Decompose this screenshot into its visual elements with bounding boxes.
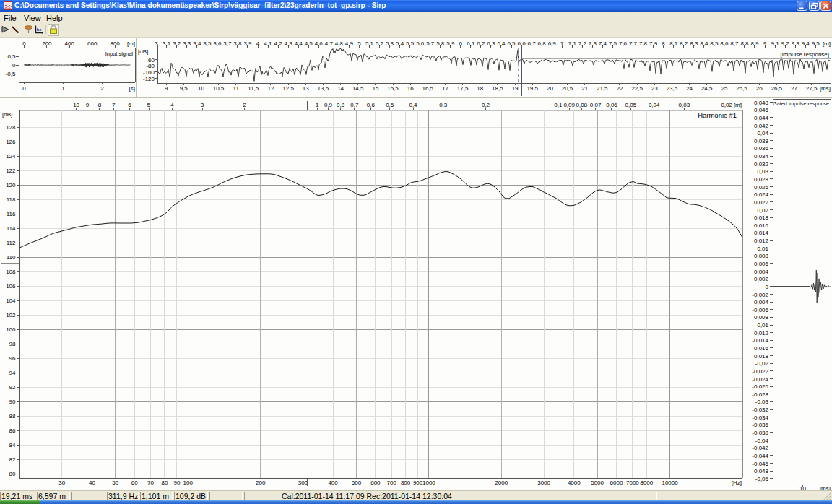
svg-text:2000: 2000 xyxy=(495,479,508,486)
svg-text:90: 90 xyxy=(174,479,181,486)
svg-text:4,6: 4,6 xyxy=(315,40,324,47)
svg-text:1: 1 xyxy=(316,102,319,108)
svg-text:5: 5 xyxy=(358,40,361,47)
svg-text:7,3: 7,3 xyxy=(589,40,597,47)
svg-text:[m]: [m] xyxy=(734,102,742,108)
svg-text:6,9: 6,9 xyxy=(548,40,557,47)
svg-text:5,5: 5,5 xyxy=(406,40,415,47)
svg-text:7,5: 7,5 xyxy=(609,40,618,47)
svg-text:70: 70 xyxy=(147,479,154,486)
svg-text:27: 27 xyxy=(791,85,797,92)
svg-text:6,5: 6,5 xyxy=(507,40,516,47)
svg-text:5: 5 xyxy=(147,102,151,108)
svg-text:14,5: 14,5 xyxy=(352,85,364,92)
svg-text:96: 96 xyxy=(9,355,16,362)
svg-text:27,5: 27,5 xyxy=(806,85,818,92)
svg-text:6: 6 xyxy=(128,102,131,108)
svg-text:2: 2 xyxy=(100,85,104,92)
svg-text:23,5: 23,5 xyxy=(667,85,678,92)
svg-text:100: 100 xyxy=(183,479,194,486)
svg-text:0,024: 0,024 xyxy=(754,191,769,198)
svg-text:22,5: 22,5 xyxy=(631,85,643,92)
svg-text:0,016: 0,016 xyxy=(754,222,769,229)
svg-text:126: 126 xyxy=(6,139,16,145)
svg-text:9: 9 xyxy=(86,102,90,108)
svg-text:102: 102 xyxy=(6,312,16,318)
svg-text:500: 500 xyxy=(352,479,362,486)
svg-text:1: 1 xyxy=(61,85,65,92)
svg-text:9: 9 xyxy=(763,40,767,47)
svg-text:3000: 3000 xyxy=(537,479,550,486)
svg-text:-0,032: -0,032 xyxy=(752,407,768,413)
svg-text:8000: 8000 xyxy=(640,479,653,486)
svg-text:800: 800 xyxy=(401,479,411,486)
svg-text:4,8: 4,8 xyxy=(335,40,344,47)
svg-text:-0,04: -0,04 xyxy=(755,438,769,444)
svg-text:118: 118 xyxy=(6,196,16,203)
svg-text:-60: -60 xyxy=(146,57,155,64)
svg-text:8,3: 8,3 xyxy=(690,40,698,47)
svg-text:8,5: 8,5 xyxy=(710,40,719,47)
svg-text:3,6: 3,6 xyxy=(213,40,222,47)
svg-text:8,7: 8,7 xyxy=(730,40,739,47)
svg-text:0,5: 0,5 xyxy=(7,53,16,60)
svg-text:4,5: 4,5 xyxy=(305,40,313,47)
svg-text:0,4: 0,4 xyxy=(409,102,417,108)
svg-text:15: 15 xyxy=(372,85,378,92)
svg-text:0,026: 0,026 xyxy=(754,184,769,191)
svg-text:92: 92 xyxy=(9,384,16,391)
svg-text:10,5: 10,5 xyxy=(213,85,225,92)
svg-text:[m]: [m] xyxy=(823,40,831,47)
svg-text:9,3: 9,3 xyxy=(792,40,800,47)
svg-text:0,014: 0,014 xyxy=(754,230,769,236)
svg-text:-0,018: -0,018 xyxy=(752,353,768,360)
svg-text:7,6: 7,6 xyxy=(619,40,628,47)
svg-text:12: 12 xyxy=(268,85,274,92)
svg-text:700: 700 xyxy=(387,479,397,486)
svg-text:5,1: 5,1 xyxy=(365,40,374,47)
svg-text:0,004: 0,004 xyxy=(754,269,769,275)
svg-text:[s]: [s] xyxy=(129,85,135,92)
svg-text:4,2: 4,2 xyxy=(274,40,283,47)
svg-text:-0,004: -0,004 xyxy=(752,299,768,305)
svg-text:[Hz]: [Hz] xyxy=(732,479,742,486)
svg-text:10: 10 xyxy=(800,485,806,491)
svg-text:0,042: 0,042 xyxy=(754,123,769,129)
svg-text:-0,046: -0,046 xyxy=(752,461,768,467)
svg-text:128: 128 xyxy=(6,124,16,131)
svg-text:5,6: 5,6 xyxy=(416,40,425,47)
svg-text:5,7: 5,7 xyxy=(426,40,435,47)
svg-text:10: 10 xyxy=(198,85,204,92)
svg-text:0: 0 xyxy=(22,40,26,47)
svg-text:25: 25 xyxy=(721,85,727,92)
svg-text:60: 60 xyxy=(131,479,138,486)
svg-text:19: 19 xyxy=(512,85,519,92)
svg-text:-0,008: -0,008 xyxy=(752,314,768,321)
svg-text:0,002: 0,002 xyxy=(754,276,769,282)
svg-text:124: 124 xyxy=(6,153,16,160)
svg-text:7,1: 7,1 xyxy=(568,40,577,47)
svg-text:0,07: 0,07 xyxy=(590,102,602,108)
svg-text:9,5: 9,5 xyxy=(812,40,820,47)
svg-text:8,9: 8,9 xyxy=(750,40,759,47)
svg-text:6,3: 6,3 xyxy=(487,40,495,47)
svg-text:[ms]: [ms] xyxy=(820,485,831,491)
svg-text:-0,036: -0,036 xyxy=(752,422,768,428)
svg-text:3: 3 xyxy=(201,102,204,108)
svg-text:9,2: 9,2 xyxy=(781,40,790,47)
svg-text:-0,03: -0,03 xyxy=(755,399,769,405)
svg-text:114: 114 xyxy=(6,225,16,232)
svg-text:104: 104 xyxy=(6,297,16,304)
svg-text:0,09: 0,09 xyxy=(563,102,575,108)
svg-text:88: 88 xyxy=(9,413,16,420)
svg-text:-0,05: -0,05 xyxy=(755,476,769,482)
svg-text:0,032: 0,032 xyxy=(754,161,769,168)
svg-text:3,8: 3,8 xyxy=(233,40,242,47)
svg-text:18: 18 xyxy=(477,85,483,92)
svg-text:100: 100 xyxy=(6,326,16,333)
svg-text:26,5: 26,5 xyxy=(771,85,783,92)
svg-text:23: 23 xyxy=(651,85,658,92)
svg-text:0,02: 0,02 xyxy=(757,207,768,214)
svg-text:7000: 7000 xyxy=(626,479,639,486)
svg-text:106: 106 xyxy=(6,283,16,290)
